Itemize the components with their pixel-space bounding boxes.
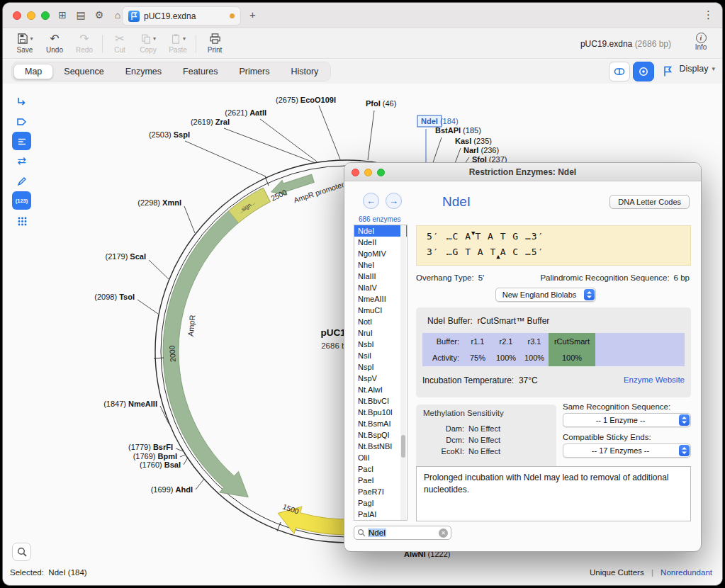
map-enzyme-label[interactable]: (1847) NmeAIII [103, 400, 157, 408]
same-recognition-select[interactable]: -- 1 Enzyme -- [563, 413, 691, 427]
enzyme-search-field[interactable]: NdeI ✕ [354, 526, 451, 540]
enzyme-list-item[interactable]: PacI [354, 463, 407, 475]
supplier-select[interactable]: New England Biolabs [495, 288, 596, 302]
canvas-search-button[interactable] [12, 543, 31, 561]
buffer-info: NdeI Buffer: rCutSmart™ Buffer [427, 316, 549, 326]
enzyme-list-item[interactable]: Nt.BstNBI [354, 441, 407, 452]
enzyme-list-item[interactable]: Nt.Bpu10I [354, 407, 407, 418]
library-icon[interactable]: ▤ [74, 9, 88, 21]
map-enzyme-label[interactable]: (2179) ScaI [106, 252, 147, 261]
forward-button[interactable]: → [386, 193, 402, 209]
enzyme-list-item[interactable]: NdeII [354, 237, 407, 248]
cut-button[interactable]: ✂ Cut [106, 32, 133, 54]
tab-primers[interactable]: Primers [228, 64, 280, 79]
print-button[interactable]: Print [201, 32, 228, 54]
tool-alignment[interactable] [12, 132, 31, 150]
tab-map[interactable]: Map [13, 64, 53, 79]
map-enzyme-label[interactable]: (1699) AhdI [151, 485, 193, 494]
save-button[interactable]: ▾ Save [11, 32, 38, 54]
tool-feature-arrow[interactable] [12, 112, 31, 130]
zoom-button[interactable] [41, 11, 50, 20]
tool-grid[interactable] [12, 211, 31, 230]
back-button[interactable]: ← [363, 193, 379, 209]
tab-enzymes[interactable]: Enzymes [115, 64, 172, 79]
clear-search-icon[interactable]: ✕ [439, 528, 448, 538]
enzyme-list-item[interactable]: Nt.BbvCI [354, 395, 407, 407]
unique-cutters-toggle[interactable]: Unique Cutters [590, 568, 644, 577]
enzyme-list-item[interactable]: NheI [354, 259, 407, 271]
sites-toggle-button[interactable] [633, 62, 654, 81]
flag-button[interactable] [657, 62, 678, 81]
paste-button[interactable]: ▾ Paste [164, 32, 191, 54]
enzyme-list-scrollbar[interactable] [400, 225, 406, 520]
map-leader-line [137, 300, 158, 314]
enzyme-list-item[interactable]: NspI [354, 361, 407, 373]
map-enzyme-label[interactable]: BstAPI (185) [435, 126, 481, 135]
undo-button[interactable]: ↶ Undo [41, 32, 68, 54]
nonredundant-toggle[interactable]: Nonredundant [661, 568, 712, 577]
enzyme-list-item[interactable]: NlaIII [354, 271, 407, 282]
map-enzyme-label[interactable]: (2298) XmnI [137, 198, 181, 207]
feature-label-ampr[interactable]: AmpR [186, 315, 197, 337]
tab-features[interactable]: Features [172, 64, 228, 79]
enzyme-list-item[interactable]: NlaIV [354, 282, 407, 293]
map-enzyme-label[interactable]: (1779) BsrFI [128, 443, 173, 451]
close-button[interactable] [13, 11, 21, 20]
display-menu-button[interactable]: Display ▾ [679, 64, 715, 74]
enzyme-list-item[interactable]: PaeR7I [354, 486, 407, 497]
enzyme-list-item[interactable]: NsbI [354, 339, 407, 350]
copy-button[interactable]: ▾ Copy [135, 32, 162, 54]
buffer-table-cell: 100% [492, 350, 520, 367]
tool-edit[interactable] [12, 171, 31, 190]
enzyme-list-item[interactable]: Nt.AlwI [354, 384, 407, 395]
enzyme-list-item[interactable]: PalAI [354, 509, 407, 520]
apps-grid-icon[interactable]: ⊞ [55, 9, 69, 21]
enzymes-toggle-button[interactable] [609, 62, 630, 81]
scrollbar-thumb[interactable] [401, 435, 405, 458]
enzyme-list-item[interactable]: NsiI [354, 350, 407, 361]
enzyme-list-item[interactable]: NmeAIII [354, 293, 407, 305]
enzyme-list-item[interactable]: NotI [354, 316, 407, 327]
search-input-value[interactable]: NdeI [368, 528, 386, 537]
enzyme-list-item[interactable]: NruI [354, 327, 407, 339]
map-enzyme-label[interactable]: (2503) SspI [149, 130, 190, 139]
map-enzyme-label[interactable]: NdeI (184) [421, 117, 459, 125]
enzyme-list-item[interactable]: OliI [354, 452, 407, 463]
new-tab-button[interactable]: + [249, 9, 256, 21]
tab-history[interactable]: History [280, 64, 329, 79]
tab-sequence[interactable]: Sequence [53, 64, 114, 79]
dialog-titlebar[interactable]: Restriction Enzymes: NdeI [344, 163, 701, 181]
map-enzyme-label[interactable]: KasI (235) [455, 137, 492, 145]
enzyme-list-item[interactable]: PaeI [354, 475, 407, 486]
map-enzyme-label[interactable]: (2675) EcoO109I [276, 96, 336, 104]
enzyme-list-item[interactable]: NdeI [354, 225, 407, 237]
enzyme-list-item[interactable]: NgoMIV [354, 248, 407, 259]
enzyme-website-link[interactable]: Enzyme Website [624, 375, 685, 384]
tool-numbering[interactable]: (123) [12, 191, 31, 210]
settings-gear-icon[interactable]: ⚙ [92, 9, 106, 21]
map-enzyme-label[interactable]: PfoI (46) [366, 99, 396, 108]
enzyme-list-item[interactable]: PagI [354, 497, 407, 509]
compatible-ends-select[interactable]: -- 17 Enzymes -- [563, 443, 691, 458]
enzyme-list-item[interactable]: NmuCI [354, 305, 407, 316]
tool-swap-strands[interactable]: ⇄ [12, 152, 31, 170]
enzyme-list[interactable]: NdeINdeIINgoMIVNheINlaIIINlaIVNmeAIIINmu… [354, 225, 408, 521]
map-enzyme-label[interactable]: (2098) TsoI [94, 293, 135, 301]
map-enzyme-label[interactable]: (1760) BsaI [140, 460, 181, 469]
tool-select-range[interactable] [12, 92, 31, 111]
map-enzyme-label[interactable]: NarI (236) [463, 146, 499, 154]
minimize-button[interactable] [27, 11, 35, 20]
redo-button[interactable]: ↷ Redo [71, 32, 98, 54]
dna-letter-codes-button[interactable]: DNA Letter Codes [609, 195, 690, 209]
map-enzyme-label[interactable]: (2619) ZraI [191, 118, 230, 126]
enzyme-list-item[interactable]: Nt.BsmAI [354, 418, 407, 429]
enzyme-list-item[interactable]: NspV [354, 373, 407, 384]
overflow-menu-icon[interactable]: ⋮ [703, 9, 714, 21]
info-button[interactable]: i Info [687, 32, 715, 51]
map-enzyme-label[interactable]: (1769) BpmI [133, 452, 177, 460]
document-tab[interactable]: pUC19.exdna [122, 6, 241, 26]
feature-arrow-icon [16, 115, 28, 128]
feature-ampr-arrow[interactable] [163, 188, 270, 497]
map-enzyme-label[interactable]: (2621) AatII [225, 108, 266, 117]
enzyme-list-item[interactable]: Nt.BspQI [354, 429, 407, 441]
